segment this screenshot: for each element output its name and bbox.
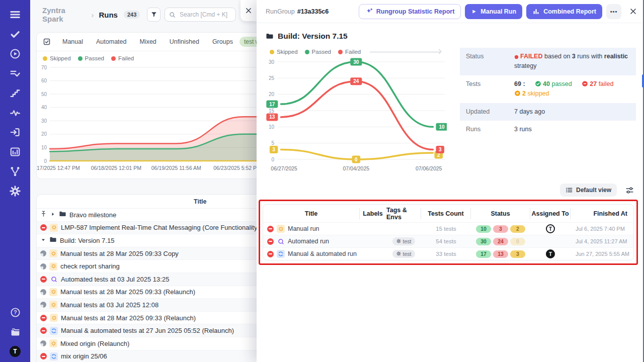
tags-cell: test	[386, 237, 421, 245]
default-view-button[interactable]: Default view	[560, 184, 617, 197]
pulse-icon[interactable]	[7, 104, 24, 121]
check-icon[interactable]	[7, 26, 24, 43]
manual-run-icon	[50, 314, 58, 322]
branch-icon[interactable]	[7, 163, 24, 180]
table-row-manual-run[interactable]: Manual run15 tests1032TJul 6, 2025 7:40 …	[263, 222, 633, 235]
folders-icon[interactable]	[7, 323, 24, 340]
chevron-right-icon[interactable]	[50, 211, 56, 219]
tag-label: test	[403, 251, 412, 257]
manual-run-icon	[277, 225, 285, 233]
steps-icon[interactable]	[7, 84, 24, 102]
tag-chip-test[interactable]: test	[392, 237, 416, 245]
sparkles-icon	[365, 8, 373, 15]
list-item-automated-tests-at-03-jul-2025-13-25[interactable]: Automated tests at 03 Jul 2025 13:25	[37, 273, 257, 286]
tag-chip-test[interactable]: test	[392, 250, 416, 258]
legend-passed: Passed	[78, 55, 104, 61]
chevron-down-icon[interactable]	[40, 237, 46, 244]
menu-icon[interactable]	[7, 6, 24, 23]
help-icon[interactable]: ?	[7, 304, 24, 321]
list-check-icon[interactable]	[7, 65, 24, 82]
manual-run-icon	[49, 288, 57, 296]
breadcrumb-project[interactable]: Zyntra Spark	[42, 6, 86, 23]
svg-text:60: 60	[41, 78, 47, 83]
tab-mixed[interactable]: Mixed	[133, 35, 163, 48]
svg-text:3: 3	[439, 147, 442, 152]
combined-report-button[interactable]: Combined Report	[526, 4, 602, 19]
failed-status-icon	[40, 353, 47, 359]
finished-at-cell: Jul 4, 2025 11:27 AM	[571, 238, 633, 244]
column-header-tags-envs[interactable]: Tags & Envs	[386, 208, 421, 219]
list-item-title: Build: Version 7.15	[60, 237, 114, 244]
mixed-run-icon	[50, 327, 58, 335]
column-header-status[interactable]: Status	[471, 208, 530, 219]
column-header-title[interactable]: Title	[263, 208, 360, 219]
window-scrollbar[interactable]	[642, 74, 644, 87]
app-window: ?T Zyntra Spark › Runs 243 ManualAutomat…	[0, 0, 644, 362]
list-item-manual-tests-at-28-mar-2025-09-33-copy[interactable]: Manual tests at 28 Mar 2025 09:33 Copy	[37, 247, 257, 260]
rungroup-statistic-report-button[interactable]: Rungroup Statistic Report	[359, 4, 461, 19]
report-bars-icon	[532, 8, 540, 15]
passed-dot-icon	[78, 56, 83, 61]
skipped-dot-icon	[270, 50, 274, 54]
table-row-automated-run[interactable]: Automated runtest54 tests30240Jul 4, 202…	[263, 235, 633, 247]
detail-row-tests: Tests 69 : 40 passed 27 failed 2 skipped	[460, 75, 636, 103]
list-item-manual-tests-at-28-mar-2025-09-33-relaunch[interactable]: Manual tests at 28 Mar 2025 09:33 (Relau…	[37, 312, 257, 325]
detail-label: Runs	[466, 125, 514, 134]
detail-row-runs: Runs 3 runs	[460, 121, 636, 138]
rungroup-title: Build: Version 7.15	[266, 32, 644, 41]
list-item-lmp-587-implement-real-time-chat-messaging-core-functionality[interactable]: LMP-587 Implement Real-Time Chat Messagi…	[37, 222, 257, 235]
filter-button[interactable]	[147, 8, 160, 22]
column-header-finished-at[interactable]: Finished At	[571, 208, 633, 219]
column-header-labels[interactable]: Labels	[360, 208, 386, 219]
runs-area-chart: 01020304050607017/2025 12:47 PM06/18/202…	[37, 61, 257, 176]
list-item-manual-tests-at-28-mar-2025-09-33-relaunch[interactable]: Manual tests at 28 Mar 2025 09:33 (Relau…	[37, 286, 257, 299]
list-item-manual-tests-at-03-jul-2025-12-08[interactable]: Manual tests at 03 Jul 2025 12:08	[37, 299, 257, 312]
breadcrumb-page: Runs	[99, 11, 118, 19]
svg-text:3: 3	[272, 147, 275, 152]
detail-value: FAILED based on 3 runs with realistic st…	[514, 52, 630, 71]
list-item-bravo-milestone[interactable]: Bravo milestone	[37, 209, 257, 222]
manual-run-button[interactable]: Manual Run	[465, 4, 522, 19]
search-input[interactable]	[179, 11, 231, 19]
status-cell: 30240	[471, 238, 530, 245]
runs-page: Zyntra Spark › Runs 243 ManualAutomatedM…	[30, 0, 257, 362]
tab-manual[interactable]: Manual	[56, 35, 90, 48]
gear-icon[interactable]	[7, 183, 24, 200]
breadcrumb-separator: ›	[91, 11, 94, 19]
list-item-mix-origin-25-06[interactable]: mix origin 25/06	[37, 350, 257, 362]
sign-in-icon[interactable]	[7, 124, 24, 141]
panel-close-button[interactable]	[240, 0, 257, 21]
list-item-manual-automated-tests-at-27-jun-2025-05-52-relaunch[interactable]: Manual & automated tests at 27 Jun 2025 …	[37, 324, 257, 337]
manual-run-icon	[50, 224, 58, 232]
list-item-mixed-origin-relaunch[interactable]: Mixed origin (Relaunch)	[37, 337, 257, 350]
assigned-to-cell: T	[530, 224, 571, 233]
passed-badge: 30	[476, 238, 491, 245]
user-avatar[interactable]: T	[10, 346, 21, 357]
list-item-title: Manual tests at 03 Jul 2025 12:08	[60, 301, 158, 309]
table-settings-button[interactable]	[624, 185, 635, 196]
column-header-tests-count[interactable]: Tests Count	[421, 208, 471, 219]
select-runs-icon[interactable]	[43, 38, 51, 46]
assignee-avatar[interactable]: T	[546, 224, 555, 233]
assignee-avatar[interactable]: T	[546, 249, 555, 258]
column-header-assigned-to[interactable]: Assigned To	[530, 208, 571, 219]
list-item-check-report-sharing[interactable]: check report sharing	[37, 260, 257, 273]
play-circle-icon[interactable]	[7, 45, 24, 62]
drawer-close-button[interactable]	[629, 8, 637, 15]
tab-groups[interactable]: Groups	[206, 35, 239, 48]
tab-unfinished[interactable]: Unfinished	[163, 35, 206, 48]
finished-at-cell: Jul 6, 2025 7:40 PM	[571, 226, 633, 232]
tab-automated[interactable]: Automated	[90, 35, 133, 48]
bar-chart-icon[interactable]	[7, 143, 24, 160]
detail-value: 7 days ago	[514, 107, 545, 117]
failed-status-icon	[267, 251, 274, 257]
more-actions-button[interactable]: •••	[606, 4, 621, 19]
search-box[interactable]	[165, 8, 236, 22]
list-item-build-version-7-15[interactable]: Build: Version 7.15	[37, 234, 257, 247]
filter-chip-test-work[interactable]: test work	[239, 37, 257, 47]
list-item-title: check report sharing	[60, 262, 120, 270]
in-progress-status-icon	[40, 302, 46, 308]
svg-text:24: 24	[353, 78, 359, 84]
table-row-manual-automated-run[interactable]: Manual & automated runtest33 tests17133T…	[263, 247, 633, 260]
svg-text:07/06/2025: 07/06/2025	[416, 165, 442, 171]
